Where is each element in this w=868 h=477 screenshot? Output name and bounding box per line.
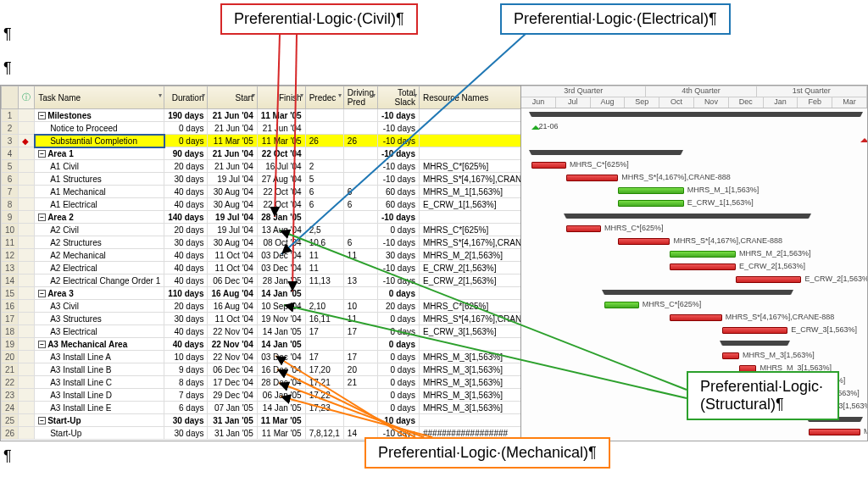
- duration-cell[interactable]: 110 days: [164, 287, 208, 300]
- indicator-cell[interactable]: [19, 414, 35, 427]
- collapse-icon[interactable]: −: [38, 112, 46, 119]
- resource-cell[interactable]: [420, 122, 522, 135]
- start-cell[interactable]: 16 Aug '04: [208, 300, 257, 313]
- row-number[interactable]: 19: [2, 338, 19, 351]
- start-cell[interactable]: 19 Jul '04: [208, 211, 257, 224]
- start-cell[interactable]: 21 Jun '04: [208, 109, 257, 122]
- driving-pred-cell[interactable]: 6: [343, 186, 377, 198]
- finish-cell[interactable]: 22 Oct '04: [257, 186, 305, 198]
- duration-cell[interactable]: 40 days: [164, 198, 208, 211]
- resource-cell[interactable]: MHRS_S*[4,167%],CRANE-888: [420, 236, 522, 249]
- duration-cell[interactable]: 20 days: [164, 224, 208, 236]
- driving-pred-cell[interactable]: 11: [343, 313, 377, 325]
- task-name-cell[interactable]: A3 Electrical: [35, 325, 164, 338]
- start-cell[interactable]: 06 Dec '04: [208, 363, 257, 376]
- start-cell[interactable]: 07 Jan '05: [208, 402, 257, 414]
- table-row[interactable]: 4−Area 190 days21 Jun '0422 Oct '04-10 d…: [2, 147, 522, 160]
- pred-cell[interactable]: 17,21: [305, 376, 343, 389]
- indicator-cell[interactable]: [19, 389, 35, 402]
- duration-cell[interactable]: 30 days: [164, 427, 208, 440]
- finish-cell[interactable]: 03 Dec '04: [257, 262, 305, 275]
- resource-cell[interactable]: MHRS_M_3[1,563%]: [420, 376, 522, 389]
- pred-cell[interactable]: 10,6: [305, 236, 343, 249]
- duration-cell[interactable]: 190 days: [164, 109, 208, 122]
- gantt-row[interactable]: MHRS_S*[4,167%],CRANE-888: [521, 236, 867, 248]
- resource-cell[interactable]: E_CRW_2[1,563%]: [420, 275, 522, 287]
- pred-cell[interactable]: 17,22: [305, 389, 343, 402]
- gantt-row[interactable]: E_CRW_2[1,563%]: [521, 274, 867, 286]
- indicator-cell[interactable]: [19, 351, 35, 363]
- collapse-icon[interactable]: −: [38, 341, 46, 348]
- driving-pred-cell[interactable]: 6: [343, 198, 377, 211]
- gantt-row[interactable]: MHRS_C*[625%]: [521, 159, 867, 172]
- start-cell[interactable]: 17 Dec '04: [208, 376, 257, 389]
- task-bar[interactable]: [566, 175, 618, 181]
- driving-pred-cell[interactable]: [343, 147, 377, 160]
- indicator-cell[interactable]: [19, 249, 35, 262]
- indicator-cell[interactable]: [19, 313, 35, 325]
- pred-cell[interactable]: [305, 109, 343, 122]
- duration-cell[interactable]: 6 days: [164, 402, 208, 414]
- start-cell[interactable]: 11 Oct '04: [208, 262, 257, 275]
- col-taskname[interactable]: Task Name▾: [35, 86, 164, 109]
- gantt-row[interactable]: MHRS_M_1[1,563%]: [521, 185, 867, 197]
- row-number[interactable]: 25: [2, 414, 19, 427]
- pred-cell[interactable]: 11: [305, 262, 343, 275]
- finish-cell[interactable]: 28 Jan '05: [257, 211, 305, 224]
- table-row[interactable]: 9−Area 2140 days19 Jul '0428 Jan '05-10 …: [2, 211, 522, 224]
- finish-cell[interactable]: 14 Jan '05: [257, 287, 305, 300]
- pred-cell[interactable]: 5: [305, 173, 343, 186]
- resource-cell[interactable]: MHRS_S*[4,167%],CRANE-888: [420, 173, 522, 186]
- driving-pred-cell[interactable]: 17: [343, 325, 377, 338]
- indicator-cell[interactable]: [19, 325, 35, 338]
- row-number[interactable]: 11: [2, 236, 19, 249]
- finish-cell[interactable]: 27 Aug '04: [257, 173, 305, 186]
- slack-cell[interactable]: 30 days: [377, 249, 419, 262]
- finish-cell[interactable]: 22 Oct '04: [257, 198, 305, 211]
- task-name-cell[interactable]: A1 Structures: [35, 173, 164, 186]
- resource-cell[interactable]: [420, 338, 522, 351]
- task-name-cell[interactable]: A3 Structures: [35, 313, 164, 325]
- task-bar[interactable]: [809, 429, 860, 435]
- gantt-row[interactable]: MHRS_S*[4,167%],CRANE-888: [521, 172, 867, 185]
- slack-cell[interactable]: 60 days: [377, 198, 419, 211]
- table-row[interactable]: 15−Area 3110 days16 Aug '0414 Jan '050 d…: [2, 287, 522, 300]
- finish-cell[interactable]: 21 Jun '04: [257, 122, 305, 135]
- pred-cell[interactable]: 17,20: [305, 363, 343, 376]
- indicator-cell[interactable]: [19, 376, 35, 389]
- finish-cell[interactable]: 03 Dec '04: [257, 351, 305, 363]
- table-row[interactable]: 12A2 Mechanical40 days11 Oct '0403 Dec '…: [2, 249, 522, 262]
- duration-cell[interactable]: 0 days: [164, 135, 208, 147]
- row-number[interactable]: 10: [2, 224, 19, 236]
- summary-bar[interactable]: [722, 341, 788, 346]
- resource-cell[interactable]: E_CRW_2[1,563%]: [420, 262, 522, 275]
- indicator-cell[interactable]: [19, 109, 35, 122]
- indicator-cell[interactable]: [19, 363, 35, 376]
- table-row[interactable]: 6A1 Structures30 days19 Jul '0427 Aug '0…: [2, 173, 522, 186]
- indicator-cell[interactable]: [19, 147, 35, 160]
- col-finish[interactable]: Finish▾: [257, 86, 305, 109]
- driving-pred-cell[interactable]: 26: [343, 135, 377, 147]
- task-name-cell[interactable]: A2 Electrical: [35, 262, 164, 275]
- dropdown-icon[interactable]: ▾: [338, 92, 342, 99]
- row-number[interactable]: 2: [2, 122, 19, 135]
- duration-cell[interactable]: 10 days: [164, 351, 208, 363]
- start-cell[interactable]: 19 Jul '04: [208, 224, 257, 236]
- pred-cell[interactable]: 6: [305, 186, 343, 198]
- driving-pred-cell[interactable]: 17: [343, 351, 377, 363]
- indicator-cell[interactable]: [19, 300, 35, 313]
- resource-cell[interactable]: MHRS_C*[625%]: [420, 224, 522, 236]
- task-table[interactable]: ⓘ Task Name▾ Duration▾ Start▾ Finish▾ Pr…: [1, 86, 521, 441]
- duration-cell[interactable]: 40 days: [164, 338, 208, 351]
- table-row[interactable]: 18A3 Electrical40 days22 Nov '0414 Jan '…: [2, 325, 522, 338]
- gantt-row[interactable]: [521, 147, 867, 159]
- duration-cell[interactable]: 9 days: [164, 363, 208, 376]
- indicator-cell[interactable]: [19, 236, 35, 249]
- task-bar[interactable]: [670, 263, 736, 270]
- finish-cell[interactable]: 06 Jan '05: [257, 389, 305, 402]
- task-name-cell[interactable]: A3 Install Line D: [35, 389, 164, 402]
- indicator-cell[interactable]: [19, 198, 35, 211]
- task-bar[interactable]: [531, 162, 566, 169]
- duration-cell[interactable]: 7 days: [164, 389, 208, 402]
- start-cell[interactable]: 30 Aug '04: [208, 186, 257, 198]
